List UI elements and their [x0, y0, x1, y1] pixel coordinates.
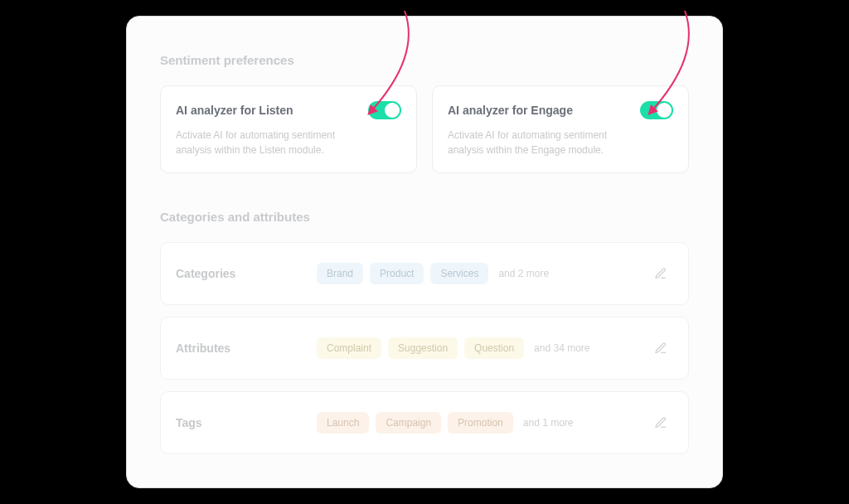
attributes-row-label: Attributes [176, 342, 317, 355]
tag-chip: Campaign [376, 412, 441, 434]
pencil-icon [654, 342, 667, 355]
tag-chip: Promotion [448, 412, 513, 434]
tags-row-label: Tags [176, 416, 317, 429]
listen-card-desc: Activate AI for automating sentiment ana… [176, 128, 366, 158]
categories-row-label: Categories [176, 267, 317, 280]
category-chip: Product [370, 263, 424, 284]
edit-tags-button[interactable] [648, 410, 673, 435]
engage-analyzer-card: AI analyzer for Engage Activate AI for a… [432, 85, 689, 173]
engage-card-desc: Activate AI for automating sentiment ana… [448, 128, 638, 158]
listen-analyzer-card: AI analyzer for Listen Activate AI for a… [160, 85, 417, 173]
pencil-icon [654, 267, 667, 280]
tags-row: Tags Launch Campaign Promotion and 1 mor… [160, 391, 689, 454]
listen-card-title: AI analyzer for Listen [176, 104, 294, 117]
attribute-chip: Suggestion [388, 337, 458, 359]
categories-section-title: Categories and attributes [160, 210, 689, 224]
category-chip: Brand [317, 263, 363, 284]
category-chip: Services [430, 263, 488, 284]
tag-chip: Launch [317, 412, 369, 434]
engage-card-title: AI analyzer for Engage [448, 104, 573, 117]
engage-toggle[interactable] [640, 101, 673, 119]
categories-more-text: and 2 more [498, 268, 549, 279]
categories-row: Categories Brand Product Services and 2 … [160, 242, 689, 305]
edit-attributes-button[interactable] [648, 336, 673, 361]
edit-categories-button[interactable] [648, 261, 673, 286]
tags-more-text: and 1 more [523, 417, 574, 429]
attribute-chip: Complaint [317, 337, 381, 359]
sentiment-section-title: Sentiment preferences [160, 53, 689, 67]
settings-panel: Sentiment preferences AI analyzer for Li… [126, 16, 723, 488]
pencil-icon [654, 416, 667, 429]
listen-toggle[interactable] [368, 101, 401, 119]
attributes-more-text: and 34 more [534, 342, 589, 354]
sentiment-cards-row: AI analyzer for Listen Activate AI for a… [160, 85, 689, 173]
attribute-chip: Question [464, 337, 524, 359]
attributes-row: Attributes Complaint Suggestion Question… [160, 317, 689, 380]
